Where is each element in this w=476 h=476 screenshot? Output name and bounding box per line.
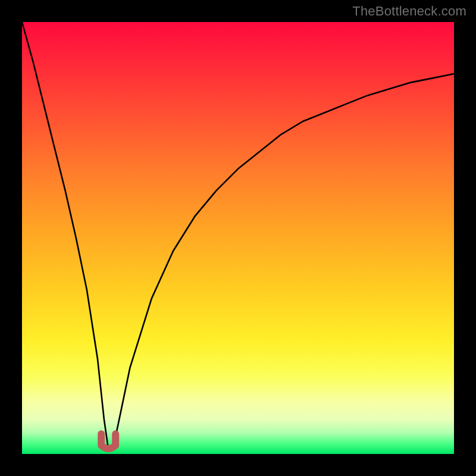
curve-layer [22, 22, 454, 454]
min-bump-marker [101, 434, 115, 449]
plot-area [22, 22, 454, 454]
chart-frame: TheBottleneck.com [0, 0, 476, 476]
watermark-text: TheBottleneck.com [352, 4, 466, 19]
bottleneck-curve [22, 22, 454, 450]
